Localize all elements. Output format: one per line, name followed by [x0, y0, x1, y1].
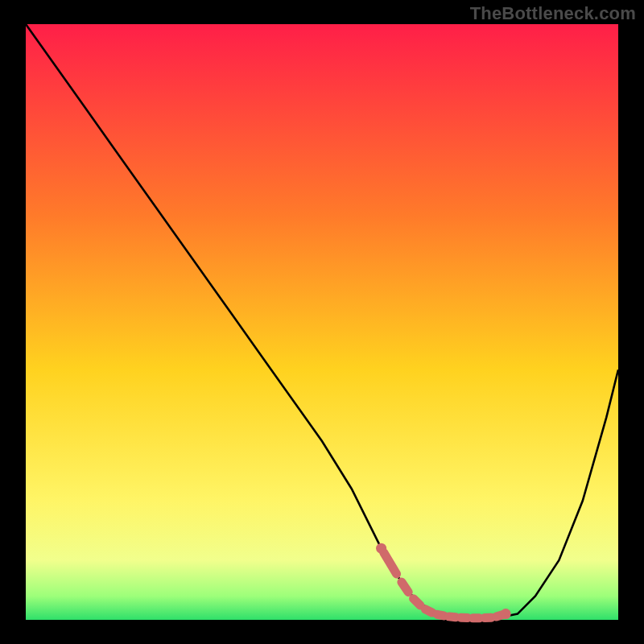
- marker-segment: [402, 582, 408, 592]
- plot-background: [26, 24, 618, 620]
- marker-end-dot: [376, 543, 386, 554]
- marker-segment: [437, 614, 444, 616]
- watermark-text: TheBottleneck.com: [470, 3, 636, 24]
- marker-segment: [425, 609, 431, 613]
- chart-frame: { "watermark": "TheBottleneck.com", "col…: [0, 0, 644, 644]
- marker-segment: [449, 617, 456, 617]
- marker-end-dot: [501, 609, 511, 619]
- bottleneck-chart: [0, 0, 644, 644]
- marker-segment: [414, 599, 420, 605]
